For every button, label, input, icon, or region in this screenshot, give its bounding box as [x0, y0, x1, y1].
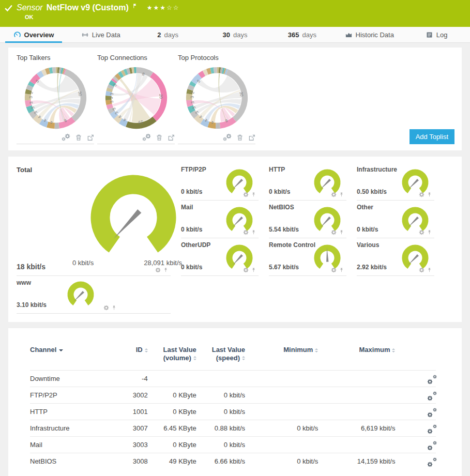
sensor-header: Sensor NetFlow v9 (Custom) ★★★☆☆ OK: [0, 0, 470, 27]
svg-text:3: 3: [109, 93, 114, 96]
add-toplist-button[interactable]: Add Toplist: [410, 129, 454, 144]
flag-icon[interactable]: [132, 3, 138, 9]
gear-icon[interactable]: [331, 267, 337, 273]
table-row[interactable]: Mail 3003 0 KByte 0 kbit/s: [30, 437, 436, 453]
gauge-dial-total: [79, 171, 188, 260]
toplist-top-talkers: Top Talkers 308444333325: [17, 54, 94, 144]
gauge-tile-infrastructure: Infrastructure 0.50 kbit/s: [357, 163, 434, 201]
gauge-tile-ftp-p2p: FTP/P2P 0 kbit/s: [181, 163, 259, 201]
sort-icon: [242, 356, 245, 360]
tab-historic-data[interactable]: Historic Data: [336, 27, 403, 42]
delete-icon[interactable]: [75, 134, 82, 141]
tab-365-days[interactable]: 365 days: [268, 27, 336, 42]
svg-text:3: 3: [109, 97, 114, 99]
toplist-settings-icon[interactable]: [223, 133, 232, 141]
pin-icon[interactable]: [427, 267, 432, 273]
gear-icon[interactable]: [103, 305, 109, 311]
pin-icon[interactable]: [251, 192, 256, 197]
chord-chart-top-protocols[interactable]: 308444333325: [185, 66, 249, 130]
table-row[interactable]: NetBIOS 3008 49 KByte 6.66 kbit/s 0 kbit…: [30, 453, 436, 470]
svg-text:20: 20: [158, 94, 163, 99]
table-row[interactable]: Downtime -4: [30, 371, 436, 387]
tab-30-days[interactable]: 30 days: [202, 27, 269, 42]
gauge-min-label: 0 kbit/s: [72, 259, 94, 267]
pin-icon[interactable]: [339, 192, 344, 197]
gauges-card: Total 0 kbit/s 28,091 kbit/s 18 kbit/s F…: [8, 157, 462, 322]
sensor-title: NetFlow v9 (Custom): [47, 3, 129, 12]
toplist-top-protocols: Top Protocols 308444333325: [178, 54, 255, 144]
sort-icon: [392, 348, 395, 352]
gauge-tile-various: Various 2.92 kbit/s: [357, 238, 434, 276]
chord-chart-top-talkers[interactable]: 308444333325: [23, 66, 88, 130]
toplist-settings-icon[interactable]: [142, 133, 151, 141]
gauge-tile-other: Other 0 kbit/s: [357, 201, 434, 238]
sensor-kind-label: Sensor: [17, 3, 43, 12]
log-icon: [426, 31, 433, 39]
col-header-last-value-speed[interactable]: Last Value (speed): [196, 339, 245, 371]
pin-icon[interactable]: [251, 229, 256, 235]
gear-icon[interactable]: [155, 267, 161, 273]
sort-icon: [193, 356, 196, 360]
pin-icon[interactable]: [111, 305, 117, 311]
col-header-channel[interactable]: Channel: [30, 339, 115, 371]
svg-text:30: 30: [238, 91, 244, 97]
delete-icon[interactable]: [156, 134, 163, 141]
toplist-top-connections: Top Connections 8201344333333: [97, 54, 175, 144]
cell-channel: Downtime: [30, 371, 115, 387]
svg-text:3: 3: [190, 96, 194, 98]
tab-live-data[interactable]: Live Data: [67, 27, 134, 42]
gear-icon[interactable]: [243, 192, 249, 197]
toplist-settings-icon[interactable]: [62, 133, 70, 141]
gear-icon[interactable]: [243, 229, 249, 235]
channel-name: Total: [17, 166, 32, 174]
pin-icon[interactable]: [163, 267, 169, 273]
gauge-tile-remote-control: Remote Control 5.67 kbit/s: [269, 238, 346, 276]
cell-channel: HTTP: [30, 404, 115, 420]
col-header-last-value-volume[interactable]: Last Value (volume): [148, 339, 196, 371]
toplist-title: Top Protocols: [178, 54, 255, 62]
tab-bar: Overview Live Data 2 days 30 days 365 da…: [0, 27, 470, 43]
pin-icon[interactable]: [339, 267, 344, 273]
priority-stars[interactable]: ★★★☆☆: [147, 4, 180, 11]
sort-icon: [315, 348, 318, 352]
table-row[interactable]: HTTP 1001 0 KByte 0 kbit/s: [30, 404, 436, 420]
gauge-max-label: 28,091 kbit/s: [144, 259, 182, 267]
gear-icon[interactable]: [243, 267, 249, 273]
gauge-dial: [66, 281, 96, 309]
gear-icon[interactable]: [331, 192, 337, 197]
tab-2-days[interactable]: 2 days: [134, 27, 202, 42]
pin-icon[interactable]: [427, 192, 432, 197]
toplist-title: Top Talkers: [17, 54, 94, 62]
tab-log[interactable]: Log: [403, 27, 470, 42]
svg-text:3: 3: [28, 96, 33, 98]
open-external-icon[interactable]: [87, 134, 94, 141]
col-header-id[interactable]: ID: [115, 339, 148, 371]
chord-chart-top-connections[interactable]: 8201344333333: [104, 66, 169, 130]
pin-icon[interactable]: [339, 229, 344, 235]
channel-table: Channel ID Last Value (volume) Last Valu…: [30, 339, 436, 469]
open-external-icon[interactable]: [248, 134, 255, 141]
table-row[interactable]: Infrastructure 3007 6.45 KByte 0.88 kbit…: [30, 420, 436, 437]
gauge-icon: [13, 31, 21, 39]
channel-table-card: Channel ID Last Value (volume) Last Valu…: [8, 328, 462, 476]
broadcast-icon: [81, 31, 89, 39]
gear-icon[interactable]: [419, 192, 424, 197]
table-row[interactable]: FTP/P2P 3002 0 KByte 0 kbit/s: [30, 387, 436, 404]
open-external-icon[interactable]: [168, 134, 175, 141]
gear-icon[interactable]: [419, 267, 424, 273]
sort-desc-icon: [59, 349, 63, 351]
gauge-tile-total: Total 0 kbit/s 28,091 kbit/s 18 kbit/s: [17, 163, 171, 276]
pin-icon[interactable]: [251, 267, 256, 273]
area-chart-icon: [345, 31, 353, 39]
col-header-maximum[interactable]: Maximum: [318, 339, 395, 371]
gauge-tile-www: www 3.10 kbit/s: [17, 276, 171, 314]
col-header-minimum[interactable]: Minimum: [245, 339, 318, 371]
gauge-tile-otherudp: OtherUDP 0 kbit/s: [181, 238, 259, 276]
pin-icon[interactable]: [427, 229, 432, 235]
gauge-tile-http: HTTP 0 kbit/s: [269, 163, 346, 201]
gear-icon[interactable]: [331, 229, 337, 235]
delete-icon[interactable]: [236, 134, 244, 141]
tab-overview[interactable]: Overview: [0, 27, 67, 42]
gear-icon[interactable]: [419, 229, 424, 235]
cell-channel: Mail: [30, 437, 115, 453]
